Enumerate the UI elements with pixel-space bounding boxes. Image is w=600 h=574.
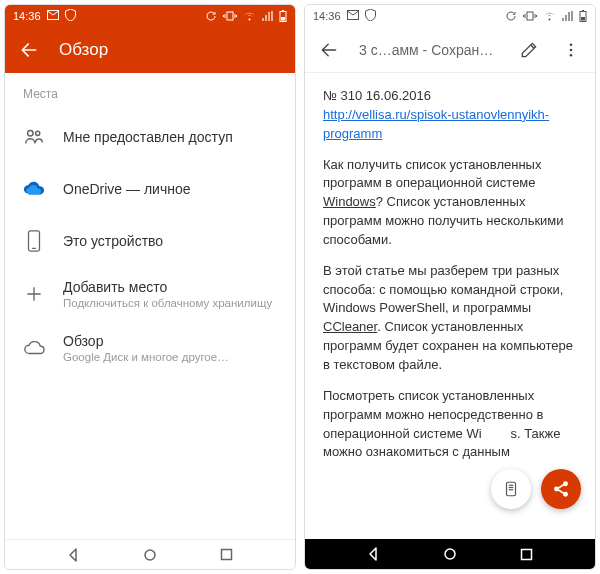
place-item-device[interactable]: Это устройство [5, 215, 295, 267]
app-bar: Обзор [5, 27, 295, 73]
fab-row [491, 469, 581, 509]
shield-icon [365, 9, 376, 23]
signal-icon [562, 11, 573, 21]
doc-meta: № 310 16.06.2016 [323, 88, 431, 103]
svg-rect-12 [527, 12, 533, 20]
svg-rect-4 [281, 17, 285, 21]
back-icon[interactable] [317, 38, 341, 62]
status-bar: 14:36 [305, 5, 595, 27]
svg-point-26 [445, 549, 455, 559]
doc-link[interactable]: http://vellisa.ru/spisok-ustanovlennyikh… [323, 107, 549, 141]
section-label: Места [5, 73, 295, 111]
place-title: Это устройство [63, 233, 163, 249]
status-bar: 14:36 [5, 5, 295, 27]
nav-back-icon[interactable] [61, 543, 85, 567]
battery-icon [579, 10, 587, 22]
nav-bar [5, 539, 295, 569]
phone-icon [23, 230, 45, 252]
place-title: OneDrive — личное [63, 181, 191, 197]
more-icon[interactable] [559, 38, 583, 62]
mobile-view-button[interactable] [491, 469, 531, 509]
place-title: Мне предоставлен доступ [63, 129, 233, 145]
svg-rect-15 [581, 17, 585, 21]
doc-paragraph: В этой статье мы разберем три разных спо… [323, 262, 577, 375]
svg-rect-1 [227, 12, 233, 20]
battery-icon [279, 10, 287, 22]
place-item-shared[interactable]: Мне предоставлен доступ [5, 111, 295, 163]
wifi-icon [243, 11, 256, 21]
back-icon[interactable] [17, 38, 41, 62]
svg-rect-27 [522, 549, 532, 559]
onedrive-icon [23, 178, 45, 200]
vibrate-icon [523, 11, 537, 21]
nav-bar [305, 539, 595, 569]
mail-icon [347, 10, 359, 22]
svg-rect-19 [507, 482, 516, 496]
nav-recent-icon[interactable] [215, 543, 239, 567]
doc-paragraph: Посмотреть список установленных программ… [323, 387, 577, 462]
mail-icon [47, 10, 59, 22]
svg-point-24 [555, 487, 558, 490]
status-time: 14:36 [13, 10, 41, 22]
nav-back-icon[interactable] [361, 542, 385, 566]
svg-point-18 [570, 53, 573, 56]
nav-home-icon[interactable] [438, 542, 462, 566]
place-item-add[interactable]: Добавить место Подключиться к облачному … [5, 267, 295, 321]
svg-rect-10 [222, 550, 232, 560]
status-time: 14:36 [313, 10, 341, 22]
nav-recent-icon[interactable] [515, 542, 539, 566]
place-item-browse[interactable]: Обзор Google Диск и многое другое… [5, 321, 295, 375]
phone-left: 14:36 Обзор Места Мне п [4, 4, 296, 570]
document-body[interactable]: № 310 16.06.2016 http://vellisa.ru/spiso… [305, 73, 595, 539]
nav-home-icon[interactable] [138, 543, 162, 567]
shield-icon [65, 9, 76, 23]
refresh-icon [505, 10, 517, 22]
edit-icon[interactable] [517, 38, 541, 62]
svg-point-5 [28, 131, 33, 137]
svg-point-17 [570, 48, 573, 51]
svg-rect-3 [282, 10, 284, 12]
doc-title[interactable]: 3 с…амм - Сохране… [359, 42, 499, 58]
doc-paragraph: Как получить список установленных програ… [323, 156, 577, 250]
svg-point-6 [36, 131, 40, 135]
svg-point-9 [145, 550, 155, 560]
plus-icon [23, 283, 45, 305]
refresh-icon [205, 10, 217, 22]
svg-point-16 [570, 43, 573, 46]
wifi-icon [543, 11, 556, 21]
signal-icon [262, 11, 273, 21]
svg-rect-14 [582, 10, 584, 12]
app-bar: 3 с…амм - Сохране… [305, 27, 595, 73]
vibrate-icon [223, 11, 237, 21]
place-item-onedrive[interactable]: OneDrive — личное [5, 163, 295, 215]
share-button[interactable] [541, 469, 581, 509]
svg-point-23 [564, 482, 567, 485]
place-subtitle: Google Диск и многое другое… [63, 351, 229, 363]
place-title: Обзор [63, 333, 229, 349]
place-list: Мне предоставлен доступ OneDrive — лично… [5, 111, 295, 375]
cloud-icon [23, 337, 45, 359]
people-icon [23, 126, 45, 148]
place-subtitle: Подключиться к облачному хранилищу [63, 297, 272, 309]
phone-right: 14:36 3 с…амм - Сохране… [304, 4, 596, 570]
svg-point-25 [564, 493, 567, 496]
place-title: Добавить место [63, 279, 272, 295]
page-title: Обзор [59, 40, 283, 60]
